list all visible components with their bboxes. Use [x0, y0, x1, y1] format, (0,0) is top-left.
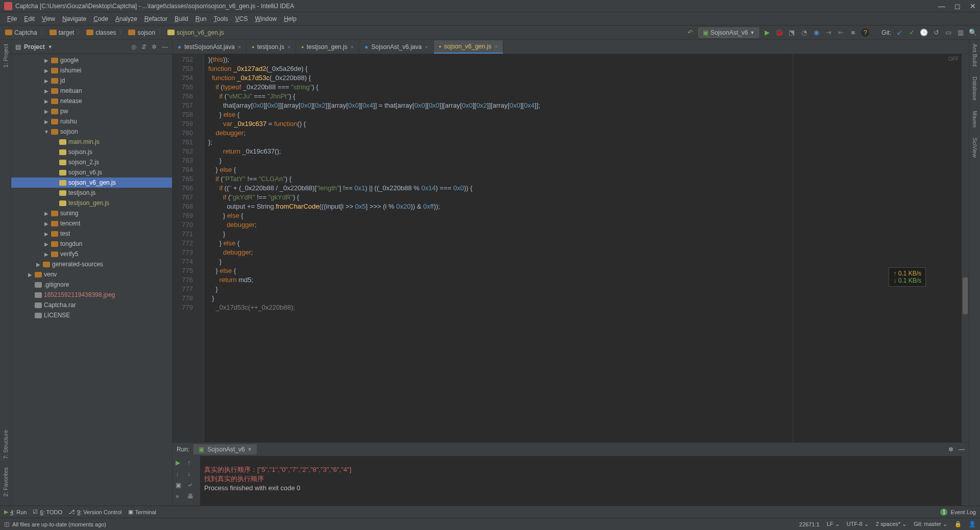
stop-button[interactable]: ■	[849, 29, 857, 37]
tree-item[interactable]: ▶pw	[11, 106, 172, 116]
collapse-icon[interactable]: ⇵	[141, 43, 146, 51]
menu-analyze[interactable]: Analyze	[112, 14, 140, 23]
tree-item[interactable]: ▶tencent	[11, 218, 172, 229]
back-icon[interactable]: ↶	[686, 29, 694, 37]
tree-item[interactable]: .gitignore	[11, 280, 172, 290]
tool-maven-tab[interactable]: Maven	[972, 109, 978, 130]
tree-item[interactable]: ▶suning	[11, 208, 172, 218]
git-commit-icon[interactable]: ✓	[908, 29, 916, 37]
tree-item[interactable]: ▼sojson	[11, 127, 172, 137]
tool-sciview-tab[interactable]: SciView	[972, 136, 978, 160]
tree-item[interactable]: ▶meituan	[11, 86, 172, 96]
code-content[interactable]: }(this));function _0x127ad2(_0x5a26de) {…	[204, 54, 793, 442]
more-icon[interactable]: »	[176, 493, 181, 500]
menu-refactor[interactable]: Refactor	[141, 14, 170, 23]
vcs-log-icon[interactable]: ▥	[957, 29, 965, 37]
tree-item[interactable]: ▶tongdun	[11, 239, 172, 249]
screenshot-icon[interactable]: ▣	[176, 482, 181, 489]
tree-item[interactable]: sojson_v6.js	[11, 167, 172, 178]
fold-gutter[interactable]	[197, 54, 204, 442]
search-everywhere-icon[interactable]: 🔍	[969, 29, 977, 37]
tree-item[interactable]: sojson_v6_gen.js	[11, 178, 172, 188]
rerun-icon[interactable]: ▶	[176, 459, 181, 466]
tool-favorites-tab[interactable]: 2: Favorites	[3, 465, 9, 498]
code-editor[interactable]: 7527537547557567577587597607617627637647…	[173, 54, 969, 442]
breadcrumb-4[interactable]: sojson_v6_gen.js	[165, 29, 226, 36]
tree-item[interactable]: ▶google	[11, 55, 172, 65]
run-button[interactable]: ▶	[763, 29, 771, 37]
menu-file[interactable]: File	[4, 14, 20, 23]
tree-item[interactable]: ▶venv	[11, 269, 172, 280]
menu-help[interactable]: Help	[281, 14, 300, 23]
tree-item[interactable]: sojson_2.js	[11, 157, 172, 167]
tree-item[interactable]: ▶verify5	[11, 249, 172, 259]
stop2-button[interactable]: ⇤	[837, 29, 845, 37]
git-branch[interactable]: Git: master ⌄	[914, 521, 947, 527]
menu-run[interactable]: Run	[192, 14, 210, 23]
editor-tab[interactable]: ●testSojsonAst.java×	[173, 40, 247, 54]
tool-structure-tab[interactable]: 7: Structure	[3, 428, 9, 461]
tree-item[interactable]: ▶netease	[11, 96, 172, 106]
project-dropdown-icon[interactable]: ▼	[48, 44, 53, 49]
attach-button[interactable]: ⇥	[824, 29, 832, 37]
menu-navigate[interactable]: Navigate	[59, 14, 89, 23]
run-tab[interactable]: ▣ SojsonAst_v6 ×	[193, 444, 256, 455]
tree-item[interactable]: sojson.js	[11, 147, 172, 157]
menu-window[interactable]: Window	[252, 14, 280, 23]
bottom-tab-vcs[interactable]: ⎇9: Version Control	[68, 509, 121, 515]
up-icon[interactable]: ↑	[187, 459, 193, 466]
editor-tab[interactable]: ▪testjson.js×	[247, 40, 296, 54]
tree-item[interactable]: ▶test	[11, 229, 172, 239]
console-output[interactable]: 真实的执行顺序：["5","1","0","7","2","8","3","6"…	[200, 456, 962, 506]
bottom-tab-terminal[interactable]: ▣Terminal	[128, 509, 157, 515]
hide-icon[interactable]: —	[162, 43, 168, 51]
encoding[interactable]: UTF-8 ⌄	[847, 521, 869, 527]
tree-item[interactable]: ▶ruishu	[11, 116, 172, 127]
caret-position[interactable]: 22671:1	[799, 521, 820, 527]
hector-icon[interactable]: 👤	[969, 521, 976, 527]
run-config-selector[interactable]: ▣ SojsonAst_v6 ▼	[698, 28, 759, 38]
tool-db-tab[interactable]: Database	[972, 74, 978, 103]
debug-button[interactable]: 🐞	[775, 29, 783, 37]
menu-tools[interactable]: Tools	[211, 14, 231, 23]
menu-view[interactable]: View	[39, 14, 58, 23]
tree-item[interactable]: ▶ishumei	[11, 65, 172, 75]
tree-item[interactable]: testjson.js	[11, 188, 172, 198]
profile-button[interactable]: ◔	[800, 29, 808, 37]
minimize-button[interactable]: —	[938, 2, 945, 10]
breadcrumb-1[interactable]: target	[47, 29, 77, 36]
menu-code[interactable]: Code	[90, 14, 111, 23]
vcs-show-icon[interactable]: ▭	[944, 29, 952, 37]
tree-item[interactable]: LICENSE	[11, 310, 172, 320]
line-ending[interactable]: LF ⌄	[827, 521, 840, 527]
run-tab-close-icon[interactable]: ×	[248, 446, 252, 453]
breadcrumb-3[interactable]: sojson	[126, 29, 157, 36]
menu-edit[interactable]: Edit	[21, 14, 38, 23]
tool-project-tab[interactable]: 1: Project	[3, 42, 9, 69]
wrap-icon[interactable]: ⤶	[187, 482, 193, 489]
status-icon[interactable]: ◫	[4, 521, 9, 527]
close-button[interactable]: ✕	[970, 2, 976, 10]
editor-tab[interactable]: ●SojsonAst_v6.java×	[359, 40, 433, 54]
coverage-button[interactable]: ⬔	[788, 29, 796, 37]
breadcrumb-2[interactable]: classes	[84, 29, 118, 36]
concurrency-button[interactable]: ◉	[812, 29, 820, 37]
settings-icon[interactable]: ✲	[152, 43, 157, 51]
menu-build[interactable]: Build	[172, 14, 191, 23]
event-log-button[interactable]: Event Log	[950, 509, 976, 515]
menu-vcs[interactable]: VCS	[232, 14, 251, 23]
bottom-tab-run[interactable]: ▶4: Run	[4, 509, 27, 515]
breadcrumb-0[interactable]: Captcha	[3, 29, 39, 36]
tree-item[interactable]: main.min.js	[11, 137, 172, 147]
locate-icon[interactable]: ◎	[131, 43, 136, 51]
bottom-tab-todo[interactable]: ☑6: TODO	[33, 509, 62, 515]
stop-run-icon[interactable]: ↓	[176, 470, 181, 477]
git-history-icon[interactable]: 🕓	[920, 29, 928, 37]
run-settings-icon[interactable]: ✲	[948, 446, 953, 453]
tree-item[interactable]: 16521592119438398.jpeg	[11, 290, 172, 300]
tree-item[interactable]: ▶generated-sources	[11, 259, 172, 269]
tree-item[interactable]: Captcha.rar	[11, 300, 172, 310]
ide-help-icon[interactable]: ?	[861, 29, 869, 37]
run-hide-icon[interactable]: —	[959, 446, 965, 453]
down-icon[interactable]: ↓	[187, 470, 193, 477]
